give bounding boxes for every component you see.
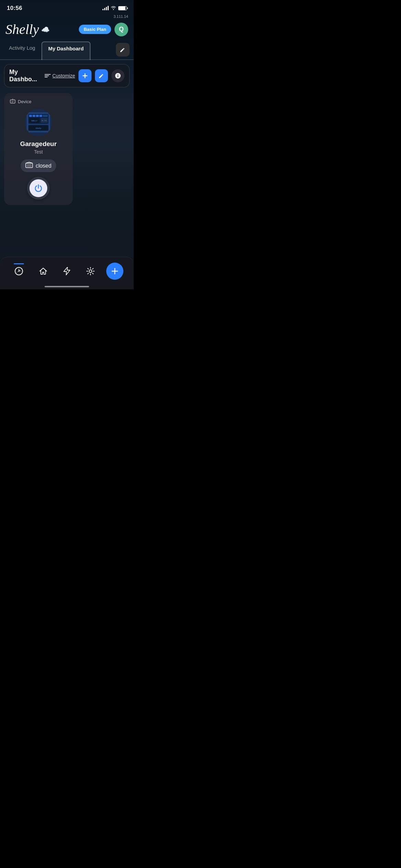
tab-activity-log[interactable]: Activity Log — [3, 41, 41, 59]
status-time: 10:56 — [7, 5, 22, 12]
svg-rect-8 — [43, 115, 48, 117]
svg-rect-6 — [36, 115, 39, 117]
signal-icon — [102, 6, 109, 10]
basic-plan-badge[interactable]: Basic Plan — [79, 25, 111, 34]
cloud-icon: ☁️ — [41, 25, 50, 34]
status-bar: 10:56 — [0, 0, 134, 14]
version-bar: 3.111.14 — [0, 14, 134, 20]
svg-text:Shelly: Shelly — [35, 127, 41, 130]
svg-text:SHELLY: SHELLY — [31, 120, 37, 122]
wifi-icon — [111, 5, 116, 11]
app-header: Shelly ☁️ Basic Plan Q — [0, 20, 134, 41]
dashboard-header: My Dashbo... Customize — [4, 64, 130, 87]
status-text: closed — [36, 163, 51, 169]
power-inner — [29, 179, 47, 197]
battery-icon — [118, 6, 127, 10]
avatar[interactable]: Q — [114, 23, 128, 36]
device-image: SHELLY DC 12V Shelly — [25, 109, 52, 136]
settings-nav-icon — [86, 267, 95, 276]
bottom-nav — [0, 257, 134, 289]
svg-rect-0 — [10, 100, 15, 103]
nav-item-dashboard[interactable] — [10, 265, 27, 277]
device-subtitle: Test — [34, 149, 43, 155]
nav-add-button[interactable] — [106, 263, 123, 280]
edit-tab-button[interactable] — [116, 43, 130, 57]
dashboard-title: My Dashbo... — [9, 69, 41, 83]
tab-my-dashboard[interactable]: My Dashboard — [41, 41, 90, 60]
svg-rect-7 — [39, 115, 42, 117]
nav-item-home[interactable] — [35, 265, 52, 277]
dashboard-nav-icon — [14, 267, 23, 276]
svg-rect-4 — [29, 115, 32, 117]
tabs-container: Activity Log My Dashboard — [0, 41, 134, 60]
svg-text:DC 12V: DC 12V — [42, 120, 47, 121]
nav-item-settings[interactable] — [82, 265, 99, 277]
customize-button[interactable]: Customize — [45, 73, 75, 79]
scenes-nav-icon — [63, 267, 71, 276]
nav-item-scenes[interactable] — [59, 265, 75, 277]
add-dashboard-button[interactable] — [78, 69, 92, 82]
device-card: Device SHELLY DC 12V Shelly Garagedeur T… — [4, 93, 73, 205]
power-button[interactable] — [27, 177, 50, 200]
device-status-pill: closed — [21, 159, 56, 172]
device-name: Garagedeur — [20, 140, 57, 148]
status-icons — [102, 5, 127, 11]
home-indicator — [45, 286, 89, 287]
header-right: Basic Plan Q — [79, 23, 128, 36]
device-type-label: Device — [10, 98, 67, 105]
version-text: 3.111.14 — [113, 14, 128, 19]
shelly-logo: Shelly ☁️ — [5, 21, 50, 37]
svg-rect-5 — [33, 115, 35, 117]
sliders-icon — [45, 74, 51, 77]
garage-icon — [25, 162, 33, 170]
home-nav-icon — [39, 267, 48, 276]
info-button[interactable] — [111, 69, 124, 82]
svg-point-1 — [12, 99, 13, 99]
svg-point-18 — [89, 270, 92, 273]
edit-dashboard-button[interactable] — [95, 69, 108, 82]
